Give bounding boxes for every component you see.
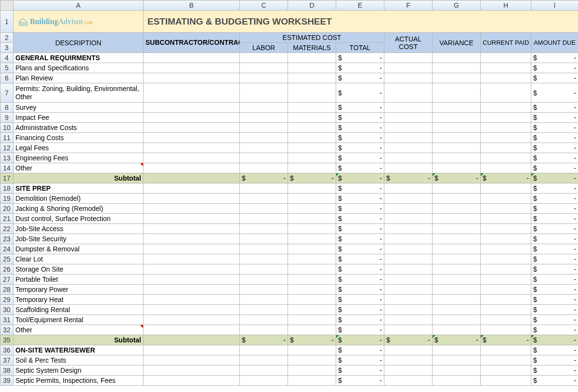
cell[interactable]: $- <box>531 143 578 153</box>
header-actual-cost[interactable]: ACTUAL COST <box>384 33 433 53</box>
cell[interactable]: $- <box>531 305 578 315</box>
cell[interactable] <box>144 113 240 123</box>
cell[interactable] <box>240 83 288 103</box>
row-header[interactable]: 20 <box>0 204 13 214</box>
cell[interactable]: $- <box>531 153 578 163</box>
cell[interactable] <box>144 103 240 113</box>
cell[interactable] <box>433 295 481 305</box>
cell[interactable] <box>240 214 288 224</box>
description-cell[interactable]: Storage On Site <box>13 264 144 274</box>
cell[interactable]: $- <box>336 345 384 355</box>
cell[interactable]: $- <box>336 234 384 244</box>
cell[interactable] <box>288 366 336 376</box>
cell[interactable] <box>240 143 288 153</box>
row-header[interactable]: 5 <box>0 63 13 73</box>
header-subcontractor[interactable]: SUBCONTRACTOR/CONTRACTOR <box>144 33 240 53</box>
row-header-3[interactable]: 3 <box>0 43 13 53</box>
col-header-E[interactable]: E <box>336 0 384 11</box>
cell[interactable]: $- <box>240 335 288 345</box>
row-header[interactable]: 32 <box>0 325 13 335</box>
description-cell[interactable]: Temporary Power <box>13 285 144 295</box>
col-header-I[interactable]: I <box>531 0 578 11</box>
cell[interactable] <box>144 133 240 143</box>
cell[interactable] <box>433 83 481 103</box>
row-header[interactable]: 17 <box>0 173 13 183</box>
row-header[interactable]: 37 <box>0 355 13 366</box>
cell[interactable] <box>384 63 433 73</box>
description-cell[interactable]: Legal Fees <box>13 143 144 153</box>
row-header[interactable]: 4 <box>0 53 13 63</box>
row-header[interactable]: 22 <box>0 224 13 234</box>
description-cell[interactable]: Plan Review <box>13 73 144 83</box>
cell[interactable] <box>384 234 433 244</box>
cell[interactable] <box>384 53 433 63</box>
description-cell[interactable]: Temporary Heat <box>13 295 144 305</box>
cell[interactable]: $- <box>531 325 578 335</box>
cell[interactable] <box>481 143 531 153</box>
row-header[interactable]: 8 <box>0 103 13 113</box>
cell[interactable]: $- <box>531 183 578 194</box>
cell[interactable] <box>433 264 481 274</box>
cell[interactable] <box>240 366 288 376</box>
row-header[interactable]: 18 <box>0 183 13 194</box>
cell[interactable] <box>144 53 240 63</box>
cell[interactable] <box>433 214 481 224</box>
cell[interactable] <box>288 163 336 173</box>
cell[interactable] <box>433 204 481 214</box>
cell[interactable] <box>144 214 240 224</box>
description-cell[interactable]: Soil & Perc Tests <box>13 355 144 366</box>
row-header-1[interactable]: 1 <box>0 11 13 33</box>
col-header-F[interactable]: F <box>384 0 433 11</box>
description-cell[interactable]: Impact Fee <box>13 113 144 123</box>
cell[interactable]: $- <box>288 173 336 183</box>
cell[interactable] <box>288 123 336 133</box>
cell[interactable] <box>384 376 433 386</box>
cell[interactable] <box>481 264 531 274</box>
cell[interactable] <box>433 234 481 244</box>
description-cell[interactable]: Clear Lot <box>13 254 144 264</box>
header-description[interactable]: DESCRIPTION <box>13 33 144 53</box>
cell[interactable] <box>384 254 433 264</box>
cell[interactable] <box>433 194 481 204</box>
cell[interactable] <box>384 163 433 173</box>
cell[interactable] <box>384 214 433 224</box>
cell[interactable] <box>433 325 481 335</box>
cell[interactable] <box>144 274 240 285</box>
cell[interactable] <box>481 214 531 224</box>
cell[interactable] <box>433 153 481 163</box>
cell[interactable] <box>481 295 531 305</box>
cell[interactable] <box>481 163 531 173</box>
cell[interactable] <box>144 234 240 244</box>
row-header[interactable]: 31 <box>0 315 13 325</box>
cell[interactable] <box>433 254 481 264</box>
cell[interactable] <box>240 345 288 355</box>
header-amount-due[interactable]: AMOUNT DUE <box>531 33 578 53</box>
description-cell[interactable]: Septic System Design <box>13 366 144 376</box>
cell[interactable]: $- <box>531 214 578 224</box>
cell[interactable] <box>144 355 240 366</box>
cell[interactable] <box>240 376 288 386</box>
cell[interactable] <box>433 183 481 194</box>
row-header[interactable]: 30 <box>0 305 13 315</box>
description-cell[interactable]: Dumpster & Removal <box>13 244 144 254</box>
cell[interactable] <box>240 63 288 73</box>
header-estimated-cost[interactable]: ESTIMATED COST <box>240 33 384 43</box>
cell[interactable] <box>433 315 481 325</box>
cell[interactable]: $- <box>531 366 578 376</box>
cell[interactable] <box>384 143 433 153</box>
cell[interactable]: $- <box>336 295 384 305</box>
cell[interactable]: $- <box>336 305 384 315</box>
cell[interactable] <box>240 315 288 325</box>
cell[interactable] <box>481 244 531 254</box>
select-all-corner[interactable] <box>0 0 13 11</box>
cell[interactable] <box>288 376 336 386</box>
row-header[interactable]: 7 <box>0 83 13 103</box>
description-cell[interactable]: Other <box>13 163 144 173</box>
description-cell[interactable]: Administrative Costs <box>13 123 144 133</box>
cell[interactable] <box>481 315 531 325</box>
cell[interactable] <box>481 376 531 386</box>
cell[interactable]: $- <box>336 315 384 325</box>
cell[interactable]: $- <box>384 335 433 345</box>
cell[interactable] <box>240 163 288 173</box>
cell[interactable] <box>384 295 433 305</box>
